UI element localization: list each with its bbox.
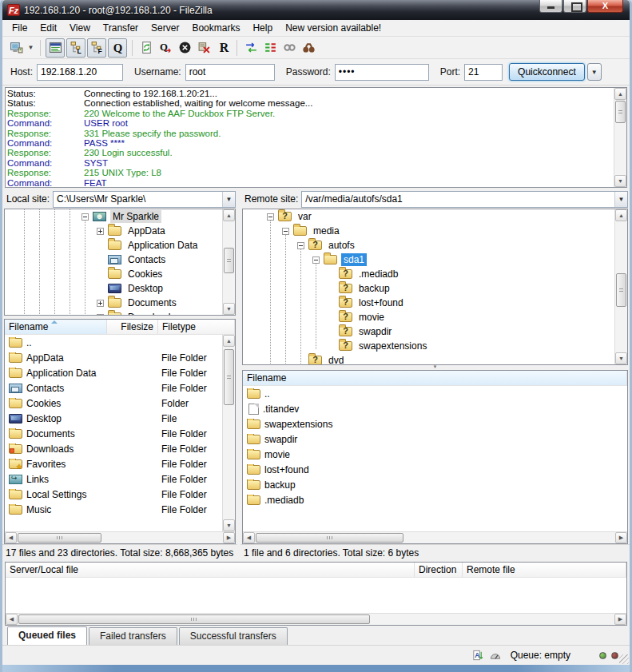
remote-path-input[interactable] <box>302 192 614 207</box>
maximize-button[interactable] <box>563 0 586 13</box>
menu-item[interactable]: Server <box>145 21 185 35</box>
queue-tab[interactable]: Successful transfers <box>179 627 288 645</box>
combobox-dropdown-icon[interactable]: ▼ <box>614 192 627 207</box>
file-row[interactable]: Cookies Folder <box>5 396 235 411</box>
toggle-remote-tree-button[interactable]: F <box>87 38 106 58</box>
scrollbar-thumb[interactable] <box>18 533 101 543</box>
local-list-scrollbar[interactable]: ▲ ▼ <box>222 335 235 531</box>
process-queue-button[interactable]: Q <box>156 38 175 58</box>
tree-expander[interactable] <box>267 213 274 221</box>
filename-cell[interactable]: Music <box>5 504 107 515</box>
local-site-combobox[interactable]: ▼ <box>53 191 236 208</box>
column-header-server-local-file[interactable]: Server/Local file <box>6 563 415 577</box>
scroll-right-icon[interactable]: ▶ <box>223 532 235 543</box>
log-scrollbar[interactable]: ▲ ▼ <box>614 88 626 187</box>
tree-row[interactable]: swapextensions <box>243 339 627 353</box>
site-manager-dropdown-icon[interactable]: ▼ <box>26 38 36 58</box>
scroll-up-icon[interactable]: ▲ <box>615 209 627 221</box>
filename-cell[interactable]: Local Settings <box>5 489 107 500</box>
file-row[interactable]: Favorites File Folder <box>5 456 235 471</box>
cancel-operation-button[interactable] <box>175 38 194 58</box>
filename-cell[interactable]: Application Data <box>5 368 107 379</box>
scrollbar-thumb[interactable] <box>616 273 626 307</box>
filename-cell[interactable]: .mediadb <box>243 495 627 506</box>
menu-item[interactable]: New version available! <box>279 21 388 35</box>
tree-row-label[interactable]: Application Data <box>125 239 200 252</box>
scroll-left-icon[interactable]: ◀ <box>243 532 255 543</box>
tree-expander[interactable] <box>312 256 320 264</box>
scroll-up-icon[interactable]: ▲ <box>223 335 235 347</box>
scroll-right-icon[interactable]: ▶ <box>614 614 626 625</box>
filename-cell[interactable]: lost+found <box>243 464 627 475</box>
filename-cell[interactable]: .. <box>243 388 627 400</box>
scroll-down-icon[interactable]: ▼ <box>223 303 235 315</box>
file-row[interactable]: swapdir <box>243 431 627 447</box>
scroll-left-icon[interactable]: ◀ <box>5 532 17 543</box>
local-directory-tree[interactable]: Mr Sparkle AppData Application Data <box>4 209 236 316</box>
chain-links-icon[interactable] <box>280 38 299 58</box>
remote-tree-scrollbar[interactable]: ▲ ▼ <box>614 209 627 364</box>
menu-item[interactable]: File <box>6 21 34 35</box>
file-row[interactable]: lost+found <box>243 462 627 477</box>
tree-row-label[interactable]: Desktop <box>125 282 165 295</box>
column-header-filetype[interactable]: Filetype <box>158 320 235 334</box>
toggle-local-tree-button[interactable]: L <box>66 38 85 58</box>
scroll-left-icon[interactable]: ◀ <box>6 614 18 625</box>
tree-row[interactable]: Contacts <box>5 252 235 267</box>
port-input[interactable] <box>464 64 503 81</box>
tree-row[interactable]: movie <box>243 310 627 324</box>
tree-row[interactable]: media <box>243 224 627 238</box>
remote-site-combobox[interactable]: ▼ <box>301 191 628 208</box>
menu-item[interactable]: Help <box>246 21 279 35</box>
file-row[interactable]: Application Data File Folder <box>5 365 235 380</box>
scrollbar-thumb[interactable] <box>18 614 370 624</box>
file-row[interactable]: Local Settings File Folder <box>5 487 235 502</box>
remote-file-list[interactable]: Filename .. .titandev <box>242 370 628 544</box>
column-header-remote-file[interactable]: Remote file <box>463 563 626 577</box>
tree-row[interactable]: dvd <box>243 353 627 365</box>
file-row[interactable]: Music File Folder <box>5 502 235 517</box>
scroll-down-icon[interactable]: ▼ <box>615 352 627 364</box>
tree-row[interactable]: Application Data <box>5 238 235 252</box>
close-button[interactable]: X <box>587 0 623 13</box>
combobox-dropdown-icon[interactable]: ▼ <box>222 192 235 207</box>
filename-cell[interactable]: .. <box>5 337 107 348</box>
file-row[interactable]: .mediadb <box>243 492 627 507</box>
scrollbar-thumb[interactable] <box>256 533 403 543</box>
tree-row-label[interactable]: var <box>296 210 314 223</box>
scroll-down-icon[interactable]: ▼ <box>614 175 626 187</box>
tree-row[interactable]: var <box>243 209 627 224</box>
queue-hscrollbar[interactable]: ◀ ▶ <box>6 613 626 625</box>
tree-row-label[interactable]: lost+found <box>356 296 406 309</box>
tree-expander[interactable] <box>297 242 304 249</box>
local-path-input[interactable] <box>54 192 222 207</box>
menu-item[interactable]: Edit <box>34 21 63 35</box>
refresh-button[interactable] <box>137 38 156 58</box>
minimize-button[interactable] <box>539 0 562 13</box>
tree-row[interactable]: Documents <box>5 296 235 310</box>
tree-row-label[interactable]: .mediadb <box>356 268 400 280</box>
scrollbar-thumb[interactable] <box>224 248 234 273</box>
tree-row[interactable]: swapdir <box>243 324 627 339</box>
tree-row-label[interactable]: swapextensions <box>356 340 429 352</box>
tree-row-label[interactable]: dvd <box>326 354 346 365</box>
file-row[interactable]: Downloads File Folder <box>5 441 235 456</box>
filename-cell[interactable]: AppData <box>5 352 107 364</box>
tree-expander[interactable] <box>97 228 104 235</box>
speed-limits-icon[interactable] <box>488 649 503 662</box>
reconnect-button[interactable]: R <box>213 38 233 58</box>
filename-cell[interactable]: Links <box>5 474 107 485</box>
tree-row[interactable]: Mr Sparkle <box>5 209 235 224</box>
file-row[interactable]: .. <box>5 335 235 350</box>
queue-tab[interactable]: Failed transfers <box>89 627 177 645</box>
find-files-button[interactable] <box>299 38 318 58</box>
filename-cell[interactable]: Cookies <box>5 398 107 409</box>
menu-item[interactable]: Bookmarks <box>185 21 246 35</box>
column-header-filesize[interactable]: Filesize <box>107 320 158 334</box>
username-input[interactable] <box>185 64 275 81</box>
tree-row-label[interactable]: media <box>311 225 342 237</box>
titlebar[interactable]: Fz 192.168.1.20 - root@192.168.1.20 - Fi… <box>2 0 630 20</box>
tree-row-label[interactable]: backup <box>356 282 392 295</box>
tree-row-label[interactable]: sda1 <box>341 253 367 266</box>
local-list-hscrollbar[interactable]: ◀ ▶ <box>5 531 235 543</box>
